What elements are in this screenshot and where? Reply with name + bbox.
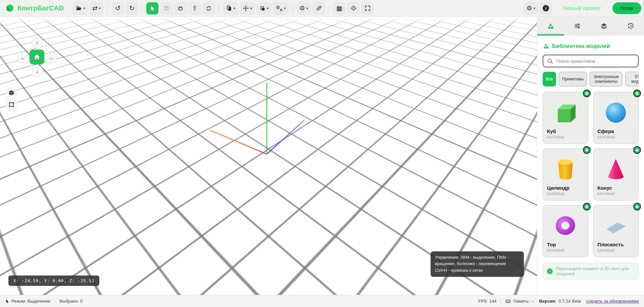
selected-count: Выбрано: 0: [59, 299, 83, 304]
tab-history[interactable]: [617, 17, 644, 35]
mode-text: Режим: Выделение: [11, 299, 50, 304]
model-category: БАЗОВЫЕ: [597, 249, 634, 252]
wireframe-view-button[interactable]: [8, 101, 15, 109]
rect-select-tool-button[interactable]: □: [160, 2, 172, 14]
undo-button[interactable]: ↺: [112, 2, 124, 14]
duplicate-page-menu-button[interactable]: ▾: [223, 2, 238, 14]
gear-icon: ⚙: [527, 5, 532, 11]
snap-target-button[interactable]: [347, 2, 359, 14]
updates-link[interactable]: следить за обновлениями: [586, 299, 639, 304]
selection-frame-button[interactable]: [361, 2, 374, 14]
ruler-tool-button[interactable]: [313, 2, 325, 14]
random-cube-badge[interactable]: [583, 146, 591, 154]
arrow-left-icon: ←: [20, 55, 26, 61]
cursor-icon: [149, 5, 155, 11]
pan-left-button[interactable]: ←: [18, 53, 28, 63]
model-name: Сфера: [597, 128, 634, 134]
info-icon: i: [547, 268, 553, 274]
home-view-button[interactable]: [30, 50, 44, 64]
cube-logo-icon: [5, 4, 14, 13]
right-sidebar: Библиотека моделей Все Примитивы Электро…: [537, 17, 644, 295]
wireframe-icon: [8, 101, 15, 108]
header-right-group: ⚙ ▾ i Новый проект Готов: [523, 2, 641, 14]
cylinder-preview: [553, 157, 578, 181]
solid-view-button[interactable]: [8, 89, 15, 98]
memory-indicator: Память: --: [505, 299, 534, 304]
open-file-button[interactable]: ▾: [73, 2, 88, 14]
arrow-down-icon: ↓: [36, 68, 39, 74]
solid-cube-icon: [8, 89, 15, 96]
filter-electronic-components[interactable]: Электронные компоненты: [590, 72, 623, 86]
shapes-icon: [543, 43, 549, 49]
operations-menu-button[interactable]: ⚙ ⚙ ▾: [273, 2, 288, 14]
random-cube-badge[interactable]: [633, 203, 641, 210]
ruler-icon: [316, 5, 322, 11]
clamp-tool-button[interactable]: [175, 2, 187, 14]
rectangle-icon: □: [165, 5, 168, 11]
sync-tool-button[interactable]: [203, 2, 215, 14]
dice-cube-icon: [635, 91, 639, 96]
model-category: БАЗОВЫЕ: [547, 135, 584, 139]
settings-menu-button[interactable]: ⚙ ▾: [297, 2, 311, 14]
search-input[interactable]: [556, 59, 634, 64]
dashed-rectangle-icon: [365, 6, 370, 11]
random-cube-badge[interactable]: [633, 89, 641, 97]
pan-down-button[interactable]: ↓: [32, 66, 42, 76]
filter-stl-models[interactable]: STL модели: [625, 72, 639, 86]
controls-hint-line: Ctrl+H - привязка к сетке: [435, 267, 519, 274]
tab-model-library[interactable]: [537, 17, 564, 35]
move-up-tool-button[interactable]: ⇧: [189, 2, 201, 14]
transform-menu-button[interactable]: ▾: [240, 2, 255, 14]
memory-chip-icon: [505, 299, 511, 304]
move-arrows-icon: [243, 5, 249, 11]
toolbar-separator: [329, 4, 329, 13]
ready-button[interactable]: Готов: [612, 2, 641, 14]
copy-menu-button[interactable]: ▾: [257, 2, 271, 14]
status-bar: Режим: Выделение Выбрано: 0 FPS: 144 Пам…: [0, 295, 644, 307]
dice-cube-icon: [585, 91, 589, 96]
model-name: Конус: [597, 185, 634, 191]
model-card-cone[interactable]: Конус БАЗОВЫЕ: [593, 148, 639, 200]
pan-right-button[interactable]: →: [46, 53, 56, 63]
grid-toggle-button[interactable]: ▦: [333, 2, 345, 14]
toolbar-separator: [142, 4, 142, 13]
caret-down-icon: ▾: [99, 6, 101, 10]
model-name: Тор: [547, 242, 584, 247]
render-mode-toggles: [6, 87, 17, 112]
tab-layers[interactable]: [591, 17, 617, 35]
app-logo: КонтрБагCAD: [5, 4, 72, 13]
model-card-torus[interactable]: Тор БАЗОВЫЕ: [543, 205, 588, 257]
crosshair-icon: [350, 5, 357, 11]
select-tool-button[interactable]: [146, 2, 158, 14]
filter-all[interactable]: Все: [543, 72, 556, 86]
random-cube-badge[interactable]: [583, 89, 591, 97]
filter-primitives[interactable]: Примитивы: [559, 72, 587, 86]
caret-down-icon: ▾: [83, 6, 85, 10]
viewport-3d[interactable]: ↑ ← → ↓: [0, 17, 537, 295]
random-cube-badge[interactable]: [583, 203, 591, 210]
tab-properties[interactable]: [564, 17, 591, 35]
category-filter-row: Все Примитивы Электронные компоненты STL…: [543, 72, 639, 86]
redo-button[interactable]: ↻: [126, 2, 138, 14]
controls-hint-line: Управление: ЛКМ - выделение, ПКМ -: [435, 254, 519, 261]
cursor-coordinates-readout: X: -24.59, Y: 0.00, Z: -25.52: [8, 275, 99, 286]
view-settings-button[interactable]: ⚙ ▾: [524, 2, 538, 14]
import-export-button[interactable]: ⇄ ▾: [90, 2, 103, 14]
model-card-cube[interactable]: Куб БАЗОВЫЕ: [543, 92, 588, 144]
home-icon: [33, 53, 41, 61]
arrow-up-outline-icon: ⇧: [192, 5, 197, 11]
info-button[interactable]: i: [540, 2, 552, 14]
model-card-plane[interactable]: Плоскость БАЗОВЫЕ: [593, 205, 639, 257]
caret-down-icon: ▾: [534, 6, 535, 10]
controls-hint-tooltip: Управление: ЛКМ - выделение, ПКМ - враще…: [431, 251, 524, 277]
pan-up-button[interactable]: ↑: [32, 38, 42, 48]
app-window: КонтрБагCAD ▾ ⇄ ▾ ↺ ↻ □: [0, 0, 644, 307]
model-card-sphere[interactable]: Сфера БАЗОВЫЕ: [593, 92, 639, 144]
top-toolbar: КонтрБагCAD ▾ ⇄ ▾ ↺ ↻ □: [0, 0, 644, 17]
x-axis: [210, 130, 267, 154]
version-value: 0.7.24 Beta: [558, 299, 581, 304]
random-cube-badge[interactable]: [633, 146, 641, 154]
sliders-icon: [574, 22, 581, 29]
model-card-cylinder[interactable]: Цилиндр БАЗОВЫЕ: [543, 148, 588, 200]
view-navigation-cluster: ↑ ← → ↓: [18, 38, 57, 77]
